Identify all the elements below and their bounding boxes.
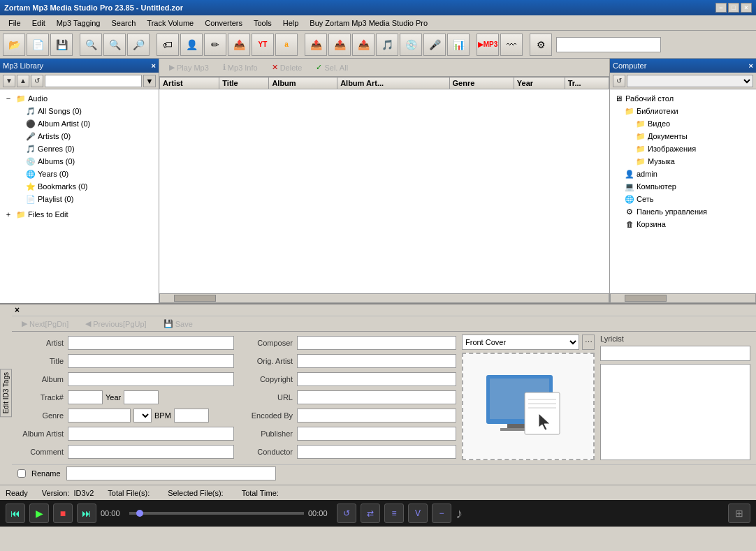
encoded-by-input[interactable] (297, 409, 456, 423)
tree-control-panel[interactable]: ⚙ Панель управления (613, 205, 753, 218)
tree-images[interactable]: 📁 Изображения (613, 142, 753, 155)
play-mp3-button[interactable]: ▶ Play Mp3 (165, 61, 213, 73)
lib-up-btn[interactable]: ▲ (17, 75, 29, 87)
menu-buy[interactable]: Buy Zortam Mp3 Media Studio Pro (304, 17, 433, 29)
computer-close-button[interactable]: × (749, 61, 753, 70)
computer-refresh-btn[interactable]: ↺ (613, 75, 625, 87)
tree-files-to-edit[interactable]: + 📁 Files to Edit (3, 208, 156, 221)
cover-image-area[interactable] (462, 353, 595, 460)
player-progress-slider[interactable] (129, 512, 304, 515)
tree-all-songs[interactable]: 🎵 All Songs (0) (14, 105, 156, 117)
tree-recycle-bin[interactable]: 🗑 Корзина (613, 218, 753, 230)
close-window-button[interactable]: × (741, 3, 752, 13)
artist-input[interactable] (68, 336, 234, 350)
tb-magnify[interactable]: 🔎 (127, 34, 150, 56)
library-search-button[interactable]: ▼ (143, 75, 156, 87)
player-shuffle-button[interactable]: ⇄ (361, 504, 380, 523)
player-list-button[interactable]: ≡ (384, 504, 404, 523)
next-button[interactable]: ▶ Next[PgDn] (17, 318, 73, 330)
maximize-button[interactable]: □ (728, 3, 739, 13)
tb-youtube[interactable]: YT (252, 34, 274, 56)
year-input[interactable] (124, 390, 159, 404)
tb-search-browse[interactable]: 🔍 (80, 34, 102, 56)
tree-computer[interactable]: 💻 Компьютер (613, 180, 753, 193)
player-minus-button[interactable]: − (432, 504, 451, 523)
player-refresh-button[interactable]: ↺ (337, 504, 356, 523)
tree-desktop[interactable]: 🖥 Рабочий стол (613, 92, 753, 105)
menu-mp3tagging[interactable]: Mp3 Tagging (51, 17, 106, 29)
player-next-button[interactable]: ⏭ (77, 504, 96, 523)
tb-export2[interactable]: 📤 (328, 34, 351, 56)
tb-wave[interactable]: 📊 (447, 34, 470, 56)
menu-tools[interactable]: Tools (248, 17, 277, 29)
computer-scrollbar-thumb[interactable] (625, 295, 667, 302)
tree-video[interactable]: 📁 Видео (613, 117, 753, 130)
tree-album-artist[interactable]: ⚫ Album Artist (0) (14, 117, 156, 130)
tb-zoom-in[interactable]: 🔍 (103, 34, 126, 56)
col-title[interactable]: Title (219, 78, 269, 89)
copyright-input[interactable] (297, 372, 456, 386)
col-artist[interactable]: Artist (160, 78, 219, 89)
cover-type-select[interactable]: Front Cover (462, 335, 579, 350)
player-screen-button[interactable]: ⊞ (728, 504, 750, 523)
tree-bookmarks[interactable]: ⭐ Bookmarks (0) (14, 180, 156, 193)
bpm-input[interactable] (174, 409, 209, 423)
comment-input[interactable] (68, 445, 234, 459)
tb-export1[interactable]: 📤 (305, 34, 327, 56)
tree-music[interactable]: 📁 Музыка (613, 155, 753, 168)
tb-wave2[interactable]: 〰 (500, 34, 523, 56)
col-album[interactable]: Album (269, 78, 337, 89)
tb-upload[interactable]: 📤 (228, 34, 250, 56)
menu-converters[interactable]: Converters (199, 17, 248, 29)
tb-mic[interactable]: 🎤 (423, 34, 446, 56)
tb-open-file[interactable]: 📄 (27, 34, 49, 56)
menu-help[interactable]: Help (277, 17, 305, 29)
col-album-art[interactable]: Album Art... (337, 78, 449, 89)
tree-audio-root[interactable]: − 📁 Audio (3, 92, 156, 105)
col-track[interactable]: Tr... (565, 78, 609, 89)
conductor-input[interactable] (297, 445, 456, 459)
lyricist-textarea[interactable] (600, 364, 750, 460)
mp3-info-button[interactable]: ℹ Mp3 Info (219, 61, 262, 73)
tb-tag[interactable]: 🏷 (157, 34, 179, 56)
tree-genres[interactable]: 🎵 Genres (0) (14, 142, 156, 155)
rename-pattern-input[interactable] (66, 466, 276, 480)
publisher-input[interactable] (297, 427, 456, 441)
id3-close-button[interactable]: × (15, 305, 20, 315)
tb-edit[interactable]: ✏ (204, 34, 226, 56)
menu-search[interactable]: Search (106, 17, 142, 29)
tree-admin[interactable]: 👤 admin (613, 168, 753, 180)
tree-albums[interactable]: 💿 Albums (0) (14, 155, 156, 168)
tree-documents[interactable]: 📁 Документы (613, 130, 753, 142)
menu-file[interactable]: File (3, 17, 27, 29)
col-genre[interactable]: Genre (449, 78, 514, 89)
tb-export3[interactable]: 📤 (352, 34, 375, 56)
tree-artists[interactable]: 🎤 Artists (0) (14, 130, 156, 142)
lib-refresh-btn[interactable]: ↺ (31, 75, 43, 87)
tree-network[interactable]: 🌐 Сеть (613, 193, 753, 205)
tb-open-folder[interactable]: 📂 (3, 34, 25, 56)
player-stop-button[interactable]: ■ (53, 504, 73, 523)
composer-input[interactable] (297, 336, 456, 350)
edit-id3-tags-tab[interactable]: Edit ID3 Tags (0, 369, 12, 417)
player-slider-thumb[interactable] (136, 510, 143, 517)
tb-save[interactable]: 💾 (50, 34, 73, 56)
cover-btn[interactable]: ⋯ (582, 335, 595, 350)
url-input[interactable] (297, 390, 456, 404)
delete-button[interactable]: ✕ Delete (268, 61, 307, 73)
tree-libraries[interactable]: 📁 Библиотеки (613, 105, 753, 117)
lib-down-btn[interactable]: ▼ (3, 75, 15, 87)
tb-settings[interactable]: ⚙ (530, 34, 552, 56)
library-close-button[interactable]: × (152, 61, 156, 70)
previous-button[interactable]: ◀ Previous[PgUp] (81, 318, 150, 330)
save-button[interactable]: 💾 Save (159, 318, 197, 330)
title-input[interactable] (68, 354, 234, 368)
tracknum-input[interactable] (68, 390, 103, 404)
genre-input[interactable] (68, 409, 131, 423)
tb-person[interactable]: 👤 (180, 34, 203, 56)
album-artist-input[interactable] (68, 427, 234, 441)
tree-years[interactable]: 🌐 Years (0) (14, 168, 156, 180)
minimize-button[interactable]: − (715, 3, 727, 13)
player-play-button[interactable]: ▶ (29, 504, 49, 523)
album-input[interactable] (68, 372, 234, 386)
